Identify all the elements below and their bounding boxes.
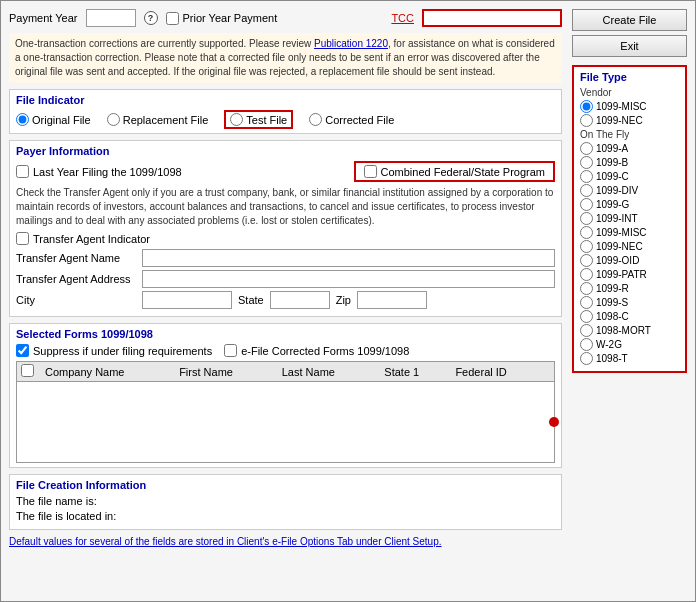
city-state-zip-row: City State Zip: [16, 291, 555, 309]
state-label: State: [238, 294, 264, 306]
col-check: [21, 364, 37, 379]
radio-1099-a[interactable]: 1099-A: [580, 142, 679, 155]
tcc-input[interactable]: [422, 9, 562, 27]
radio-w2g[interactable]: W-2G: [580, 338, 679, 351]
create-file-button[interactable]: Create File: [572, 9, 687, 31]
tcc-link[interactable]: TCC: [391, 12, 414, 24]
file-indicator-group: Original File Replacement File Test File…: [16, 110, 555, 129]
publication-link[interactable]: Publication 1220: [314, 38, 388, 49]
efile-corrected-label: e-File Corrected Forms 1099/1098: [241, 345, 409, 357]
file-name-row: The file name is:: [16, 495, 555, 507]
vendor-group: Vendor 1099-MISC 1099-NEC: [580, 87, 679, 127]
agent-name-row: Transfer Agent Name: [16, 249, 555, 267]
right-panel: Create File Exit File Type Vendor 1099-M…: [572, 9, 687, 373]
agent-address-input[interactable]: [142, 270, 555, 288]
state-input[interactable]: [270, 291, 330, 309]
selected-forms-title: Selected Forms 1099/1098: [16, 328, 555, 340]
payment-year-input[interactable]: [86, 9, 136, 27]
radio-1099-patr[interactable]: 1099-PATR: [580, 268, 679, 281]
zip-input[interactable]: [357, 291, 427, 309]
agent-address-row: Transfer Agent Address: [16, 270, 555, 288]
file-name-label: The file name is:: [16, 495, 126, 507]
top-bar: Payment Year ? Prior Year Payment TCC: [9, 9, 562, 27]
radio-1099-b[interactable]: 1099-B: [580, 156, 679, 169]
file-type-box: File Type Vendor 1099-MISC 1099-NEC On T…: [572, 65, 687, 373]
radio-1098-mort[interactable]: 1098-MORT: [580, 324, 679, 337]
payment-year-label: Payment Year: [9, 12, 78, 24]
radio-1099-g[interactable]: 1099-G: [580, 198, 679, 211]
col-company: Company Name: [45, 366, 171, 378]
efile-corrected-checkbox[interactable]: e-File Corrected Forms 1099/1098: [224, 344, 409, 357]
exit-button[interactable]: Exit: [572, 35, 687, 57]
radio-1099-int[interactable]: 1099-INT: [580, 212, 679, 225]
col-first: First Name: [179, 366, 274, 378]
radio-1099-nec-vendor[interactable]: 1099-NEC: [580, 114, 679, 127]
radio-1099-misc-fly[interactable]: 1099-MISC: [580, 226, 679, 239]
file-creation-title: File Creation Information: [16, 479, 555, 491]
col-state: State 1: [384, 366, 447, 378]
agent-address-label: Transfer Agent Address: [16, 273, 136, 285]
forms-table: Company Name First Name Last Name State …: [16, 361, 555, 463]
vendor-label: Vendor: [580, 87, 679, 98]
transfer-agent-label: Transfer Agent Indicator: [33, 233, 150, 245]
file-indicator-section: File Indicator Original File Replacement…: [9, 89, 562, 134]
hint-text: Check the Transfer Agent only if you are…: [16, 186, 555, 228]
file-type-title: File Type: [580, 71, 679, 83]
payer-information-section: Payer Information Last Year Filing the 1…: [9, 140, 562, 317]
radio-1099-nec-fly[interactable]: 1099-NEC: [580, 240, 679, 253]
test-file-border: Test File: [224, 110, 293, 129]
main-content: Payment Year ? Prior Year Payment TCC On…: [9, 9, 562, 547]
file-indicator-title: File Indicator: [16, 94, 555, 106]
radio-1099-s[interactable]: 1099-S: [580, 296, 679, 309]
suppress-checkbox[interactable]: Suppress if under filing requirements: [16, 344, 212, 357]
radio-1099-c[interactable]: 1099-C: [580, 170, 679, 183]
radio-corrected-file[interactable]: Corrected File: [309, 113, 394, 126]
file-creation-section: File Creation Information The file name …: [9, 474, 562, 530]
table-body: [17, 382, 554, 462]
scroll-indicator[interactable]: [549, 417, 559, 427]
combined-checkbox[interactable]: Combined Federal/State Program: [364, 165, 545, 178]
col-last: Last Name: [282, 366, 377, 378]
transfer-agent-checkbox[interactable]: Transfer Agent Indicator: [16, 232, 555, 245]
last-year-checkbox[interactable]: Last Year Filing the 1099/1098: [16, 165, 182, 178]
on-the-fly-label: On The Fly: [580, 129, 679, 140]
bottom-note: Default values for several of the fields…: [9, 536, 562, 547]
radio-1098-c[interactable]: 1098-C: [580, 310, 679, 323]
payer-information-title: Payer Information: [16, 145, 555, 157]
radio-test-file[interactable]: Test File: [230, 113, 287, 126]
radio-1099-misc-vendor[interactable]: 1099-MISC: [580, 100, 679, 113]
forms-header: Suppress if under filing requirements e-…: [16, 344, 555, 357]
agent-name-input[interactable]: [142, 249, 555, 267]
on-the-fly-group: On The Fly 1099-A 1099-B 1099-C 1099-DIV…: [580, 129, 679, 365]
radio-original-file[interactable]: Original File: [16, 113, 91, 126]
prior-year-label: Prior Year Payment: [183, 12, 278, 24]
combined-label: Combined Federal/State Program: [381, 166, 545, 178]
city-label: City: [16, 294, 136, 306]
col-federal: Federal ID: [455, 366, 550, 378]
file-location-label: The file is located in:: [16, 510, 126, 522]
radio-replacement-file[interactable]: Replacement File: [107, 113, 209, 126]
radio-1098-t[interactable]: 1098-T: [580, 352, 679, 365]
file-location-row: The file is located in:: [16, 510, 555, 522]
zip-label: Zip: [336, 294, 351, 306]
radio-1099-oid[interactable]: 1099-OID: [580, 254, 679, 267]
table-header: Company Name First Name Last Name State …: [17, 362, 554, 382]
info-icon[interactable]: ?: [144, 11, 158, 25]
last-year-label: Last Year Filing the 1099/1098: [33, 166, 182, 178]
agent-name-label: Transfer Agent Name: [16, 252, 136, 264]
combined-federal-state-box: Combined Federal/State Program: [354, 161, 555, 182]
selected-forms-section: Selected Forms 1099/1098 Suppress if und…: [9, 323, 562, 468]
radio-1099-div[interactable]: 1099-DIV: [580, 184, 679, 197]
suppress-label: Suppress if under filing requirements: [33, 345, 212, 357]
info-text: One-transaction corrections are currentl…: [9, 33, 562, 83]
payer-top: Last Year Filing the 1099/1098 Combined …: [16, 161, 555, 182]
main-window: Create File Exit File Type Vendor 1099-M…: [0, 0, 696, 602]
prior-year-checkbox[interactable]: Prior Year Payment: [166, 12, 278, 25]
radio-1099-r[interactable]: 1099-R: [580, 282, 679, 295]
city-input[interactable]: [142, 291, 232, 309]
